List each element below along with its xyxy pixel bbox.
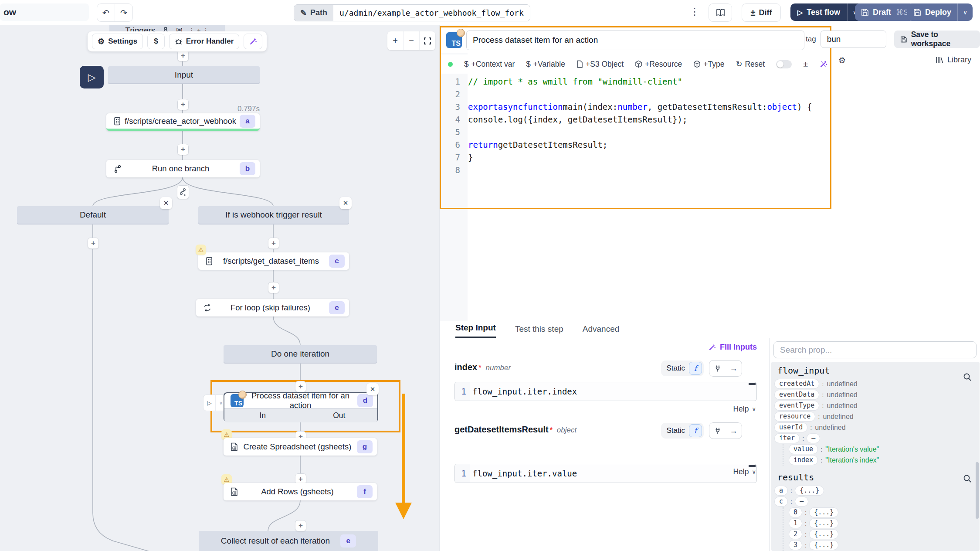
close-branch-button[interactable]: ✕: [160, 197, 172, 209]
props-scrollbar[interactable]: [976, 462, 979, 519]
fit-view-button[interactable]: [419, 31, 435, 50]
tab-step-input[interactable]: Step Input: [455, 323, 496, 338]
bun-icon: [238, 391, 247, 399]
code-line[interactable]: 7}: [441, 151, 830, 164]
diff-mode-icon[interactable]: ±: [803, 59, 808, 69]
save-to-workspace-button[interactable]: Save to workspace: [894, 31, 980, 48]
node-do-one-iteration[interactable]: Do one iteration: [224, 345, 377, 363]
zoom-out-button[interactable]: −: [403, 31, 419, 50]
code-line[interactable]: 5: [441, 126, 830, 139]
step-out-button[interactable]: Out: [301, 408, 378, 422]
insert-step-button[interactable]: +: [295, 520, 306, 531]
help-row[interactable]: Help∨: [454, 405, 756, 414]
node-for-loop[interactable]: For loop (skip failures) e: [196, 299, 349, 316]
node-process-dataset-item[interactable]: TS Process dataset item for an action d …: [224, 392, 378, 422]
flow-summary-input[interactable]: ow: [0, 3, 89, 21]
javascript-mode-chip[interactable]: f: [689, 424, 702, 437]
library-button[interactable]: Library: [936, 55, 971, 65]
code-line[interactable]: 4 console.log({index, getDatesetItemsRes…: [441, 113, 830, 126]
code-editor[interactable]: 1// import * as wmill from "windmill-cli…: [441, 75, 830, 177]
node-branch-default[interactable]: Default: [17, 206, 169, 224]
bug-icon: [175, 37, 183, 45]
expr-minimap: [749, 383, 756, 385]
arrow-right-icon[interactable]: →: [726, 426, 742, 435]
insert-step-button[interactable]: +: [177, 99, 189, 110]
javascript-mode-chip[interactable]: f: [689, 362, 702, 375]
help-row[interactable]: Help∨: [454, 467, 756, 476]
props-body: flow_input createdAt:undefined eventData…: [771, 362, 980, 551]
plug-icon[interactable]: [709, 427, 726, 435]
node-input[interactable]: Input: [108, 66, 260, 83]
code-line[interactable]: 3export async function main(index: numbe…: [441, 101, 830, 113]
insert-step-button[interactable]: +: [268, 282, 279, 293]
add-resource-button[interactable]: +Resource: [635, 60, 682, 69]
add-branch-button[interactable]: [177, 185, 189, 199]
expr-input-index[interactable]: 1 flow_input.iter.index: [454, 382, 757, 401]
path-chip[interactable]: ✎Path u/admin/example_actor_webhook_flow…: [294, 4, 530, 21]
test-up-to-button[interactable]: ▷: [80, 66, 104, 88]
add-type-button[interactable]: +Type: [693, 60, 724, 69]
insert-step-button[interactable]: +: [177, 144, 189, 155]
docs-button[interactable]: [709, 3, 732, 22]
close-branch-button[interactable]: ✕: [339, 197, 352, 209]
fill-inputs-button[interactable]: Fill inputs: [708, 343, 757, 352]
add-s3-object-button[interactable]: +S3 Object: [576, 60, 624, 69]
node-run-one-branch[interactable]: Run one branch b: [106, 160, 260, 177]
search-icon[interactable]: [963, 474, 972, 483]
node-add-rows[interactable]: Add Rows (gsheets) f: [224, 483, 377, 500]
code-line[interactable]: 6 return getDatesetItemsResult;: [441, 139, 830, 151]
add-variable-button[interactable]: $+Variable: [526, 59, 565, 69]
redo-button[interactable]: ↷: [115, 4, 132, 21]
close-step-button[interactable]: ✕: [366, 383, 379, 395]
vim-toggle[interactable]: [776, 60, 792, 68]
insert-step-button[interactable]: +: [177, 50, 189, 61]
reset-button[interactable]: ↻Reset: [736, 59, 765, 69]
search-prop-input[interactable]: Search prop...: [773, 341, 977, 358]
deploy-dropdown[interactable]: ∨: [957, 3, 973, 21]
arrow-right-icon[interactable]: →: [726, 364, 742, 373]
results-tree[interactable]: a:{...} c:– 0:{...} 1:{...} 2:{...} 3:{.…: [775, 485, 966, 551]
ai-wand-icon[interactable]: [819, 60, 827, 68]
tag-input[interactable]: bun: [821, 31, 886, 48]
flow-summary-text: ow: [3, 7, 16, 17]
undo-button[interactable]: ↶: [97, 4, 115, 21]
flow-canvas[interactable]: Triggers ✉ ⋮ + ⋮ ⚙Settings $ Error Handl…: [0, 25, 439, 551]
error-handler-button[interactable]: Error Handler: [169, 34, 240, 49]
play-icon: ▷: [797, 8, 803, 17]
run-step-button[interactable]: ▷: [203, 395, 215, 411]
node-branch-if-webhook[interactable]: If is webhook trigger result: [198, 206, 349, 224]
plug-icon[interactable]: [709, 365, 726, 372]
node-create-actor-webhook[interactable]: f/scripts/create_actor_webhook a: [106, 113, 260, 131]
deploy-button[interactable]: Deploy ∨: [907, 3, 973, 21]
prop-row: value:"Iteration's value": [789, 444, 966, 455]
code-line[interactable]: 8: [441, 164, 830, 177]
ai-flow-button[interactable]: [244, 34, 262, 49]
flow-settings-button[interactable]: ⚙Settings: [92, 34, 143, 49]
code-line[interactable]: 1// import * as wmill from "windmill-cli…: [441, 75, 830, 88]
node-get-dataset-items[interactable]: f/scripts/get_dataset_items c: [198, 252, 349, 270]
node-collect-result[interactable]: Collect result of each iteration e: [199, 531, 378, 551]
step-title-input[interactable]: Process dataset item for an action: [466, 31, 804, 50]
draft-button[interactable]: Draft ⌘S: [855, 3, 914, 21]
tab-test-this-step[interactable]: Test this step: [515, 324, 563, 338]
diff-button[interactable]: ±Diff: [742, 3, 781, 22]
input-mode-segment[interactable]: Static f: [661, 361, 704, 376]
draft-label: Draft: [873, 8, 891, 17]
static-inputs-button[interactable]: $: [147, 34, 164, 49]
code-line[interactable]: 2: [441, 88, 830, 101]
flow-input-tree[interactable]: createdAt:undefined eventData:undefined …: [775, 378, 966, 466]
kebab-menu-icon[interactable]: ⋮: [690, 6, 699, 17]
step-in-button[interactable]: In: [224, 408, 301, 422]
step-id-badge: b: [240, 162, 255, 175]
editor-settings-gear-icon[interactable]: ⚙: [838, 55, 846, 65]
step-id-badge: f: [357, 485, 373, 498]
test-flow-button[interactable]: ▷Test flow ∨: [790, 3, 862, 21]
step-title-value: Process dataset item for an action: [473, 35, 598, 45]
tab-advanced[interactable]: Advanced: [583, 324, 620, 338]
input-mode-segment[interactable]: Static f: [661, 423, 704, 439]
insert-step-button[interactable]: +: [268, 238, 279, 249]
add-context-var-button[interactable]: $+Context var: [464, 59, 515, 69]
node-create-spreadsheet[interactable]: Create Spreadsheet (gsheets) g: [224, 438, 377, 456]
insert-step-button[interactable]: +: [88, 238, 99, 249]
zoom-in-button[interactable]: +: [387, 31, 403, 50]
